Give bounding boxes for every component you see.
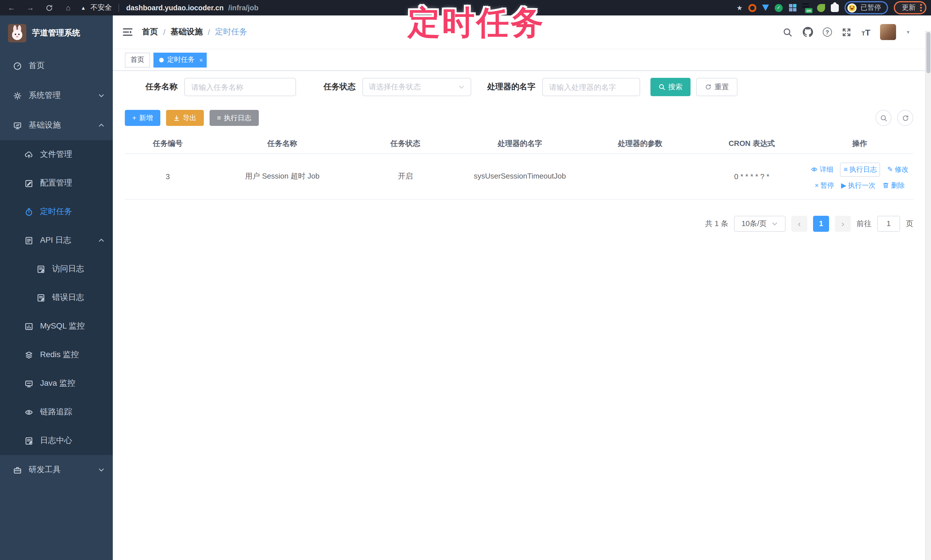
col-cron: CRON 表达式 [697, 134, 806, 153]
cell-cron: 0 * * * * ? * [697, 153, 806, 199]
goto-page-input[interactable] [877, 215, 900, 231]
browser-menu-icon[interactable] [920, 4, 922, 11]
tag-home[interactable]: 首页 [125, 52, 150, 67]
sidebar-item-home[interactable]: 首页 [0, 51, 113, 81]
sidebar-item-config-manage[interactable]: 配置管理 [0, 169, 113, 197]
eye-icon [25, 408, 33, 416]
refresh-button[interactable] [897, 110, 913, 126]
gear-icon [13, 91, 22, 100]
tag-scheduled-jobs[interactable]: 定时任务 × [153, 52, 207, 67]
sidebar-submenu-infra: 文件管理 配置管理 定时任务 API 日志 访问日志 [0, 140, 113, 455]
breadcrumb-infra[interactable]: 基础设施 [171, 27, 203, 37]
search-button[interactable]: 搜索 [650, 78, 691, 96]
document-edit-icon [37, 265, 45, 273]
browser-forward-icon[interactable]: → [26, 3, 35, 12]
browser-back-icon[interactable]: ← [7, 3, 16, 12]
timer-icon [25, 208, 33, 216]
sidebar-item-java-monitor[interactable]: Java 监控 [0, 369, 113, 398]
delete-link[interactable]: 删除 [882, 180, 905, 190]
caret-down-icon[interactable]: ▼ [906, 29, 910, 35]
browser-home-icon[interactable]: ⌂ [63, 3, 73, 12]
fullscreen-icon[interactable] [842, 27, 852, 37]
document-edit-icon [25, 236, 33, 245]
extensions-puzzle-icon[interactable] [831, 4, 839, 12]
extension-icon[interactable] [762, 5, 769, 11]
edit-icon [25, 179, 33, 188]
extension-icon[interactable] [817, 4, 825, 12]
page-1-button[interactable]: 1 [813, 215, 829, 231]
browser-profile-chip[interactable]: 已暂停 [845, 1, 888, 14]
sidebar-item-tracing[interactable]: 链路追踪 [0, 398, 113, 426]
edit-link[interactable]: ✎ 修改 [887, 165, 908, 174]
refresh-icon [902, 114, 909, 122]
show-search-button[interactable] [876, 110, 891, 126]
goto-label: 前往 [857, 218, 871, 229]
search-icon[interactable] [783, 27, 793, 37]
sidebar-item-access-log[interactable]: 访问日志 [0, 255, 113, 283]
security-label[interactable]: 不安全 [91, 3, 112, 12]
exec-log-button[interactable]: ≡ 执行日志 [210, 110, 259, 126]
prev-page-button[interactable]: ‹ [791, 215, 807, 231]
col-job-id: 任务编号 [125, 134, 211, 153]
breadcrumb: 首页 / 基础设施 / 定时任务 [142, 27, 247, 37]
sidebar-item-file-manage[interactable]: 文件管理 [0, 140, 113, 169]
sidebar-item-dev-tools[interactable]: 研发工具 [0, 455, 113, 485]
exec-log-link[interactable]: ≡ 执行日志 [840, 162, 880, 177]
browser-reload-icon[interactable] [45, 4, 54, 12]
extension-on-icon[interactable]: on [802, 3, 811, 12]
add-button[interactable]: + 新增 [125, 110, 160, 126]
java-monitor-icon [25, 379, 33, 388]
jobs-table: 任务编号 任务名称 任务状态 处理器的名字 处理器的参数 CRON 表达式 操作… [125, 134, 913, 200]
help-icon[interactable]: ? [823, 28, 832, 37]
reset-button[interactable]: 重置 [696, 78, 737, 96]
col-job-status: 任务状态 [354, 134, 457, 153]
extension-icon[interactable] [748, 4, 756, 12]
breadcrumb-home[interactable]: 首页 [142, 27, 158, 37]
pause-link[interactable]: × 暂停 [815, 180, 834, 190]
job-name-input[interactable] [184, 78, 296, 96]
next-page-button[interactable]: › [835, 215, 851, 231]
font-size-icon[interactable]: TT [862, 27, 871, 37]
sidebar-item-infra[interactable]: 基础设施 [0, 111, 113, 140]
eye-icon [811, 166, 818, 173]
close-icon[interactable]: × [199, 56, 203, 63]
browser-update-button[interactable]: 更新 [894, 1, 926, 14]
detail-link[interactable]: 详细 [811, 165, 833, 174]
sidebar-item-api-log[interactable]: API 日志 [0, 226, 113, 255]
job-name-label: 任务名称 [142, 82, 177, 92]
url-path: /infra/job [228, 4, 259, 12]
export-button[interactable]: 导出 [166, 110, 204, 126]
run-once-link[interactable]: ▶ 执行一次 [841, 180, 876, 190]
sidebar-item-redis-monitor[interactable]: Redis 监控 [0, 340, 113, 369]
toolbar: + 新增 导出 ≡ 执行日志 [125, 110, 913, 126]
profile-avatar [848, 3, 857, 12]
pause-icon: × [815, 182, 819, 189]
address-bar[interactable]: ▲ 不安全 dashboard.yudao.iocoder.cn/infra/j… [81, 3, 259, 12]
sidebar-item-mysql-monitor[interactable]: MySQL 监控 [0, 312, 113, 340]
chevron-down-icon [98, 466, 105, 473]
plus-icon: + [132, 114, 136, 122]
handler-name-input[interactable] [542, 78, 640, 96]
bookmark-star-icon[interactable]: ★ [736, 4, 743, 12]
sidebar-item-scheduled-jobs[interactable]: 定时任务 [0, 197, 113, 226]
extension-icon[interactable]: ✓ [775, 4, 783, 12]
job-status-label: 任务状态 [320, 82, 356, 92]
page-size-select[interactable]: 10条/页 [734, 215, 786, 231]
sidebar-item-system[interactable]: 系统管理 [0, 81, 113, 111]
browser-scrollbar[interactable] [925, 31, 931, 560]
app-logo [8, 24, 26, 42]
job-status-select[interactable]: 请选择任务状态 [362, 78, 471, 96]
github-icon[interactable] [803, 27, 813, 37]
sidebar-item-error-log[interactable]: 错误日志 [0, 283, 113, 312]
hamburger-icon[interactable] [123, 28, 133, 37]
handler-name-label: 处理器的名字 [480, 82, 535, 92]
cell-handler-param [583, 153, 697, 199]
search-icon [880, 114, 887, 122]
user-avatar[interactable] [880, 24, 896, 40]
col-actions: 操作 [806, 134, 913, 153]
extension-icon[interactable] [788, 4, 797, 12]
scrollbar-thumb[interactable] [926, 32, 930, 73]
chevron-up-icon [98, 237, 105, 244]
url-domain: dashboard.yudao.iocoder.cn [126, 4, 224, 12]
sidebar-item-log-center[interactable]: 日志中心 [0, 426, 113, 455]
